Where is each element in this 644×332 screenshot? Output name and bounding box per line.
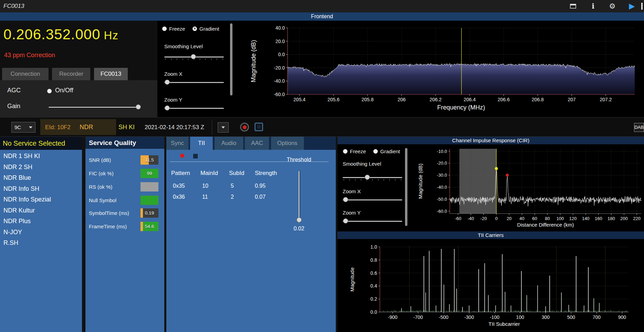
svg-text:-10.0: -10.0 xyxy=(437,149,447,154)
threshold-slider-handle[interactable] xyxy=(297,217,302,222)
right-plots-section: Channel Impulse Response (CIR) Freeze Gr… xyxy=(337,137,644,332)
tab-fc0013[interactable]: FC0013 xyxy=(94,68,128,80)
cir-smoothing-slider[interactable] xyxy=(343,175,402,181)
spectrum-zoomx-slider[interactable] xyxy=(164,80,224,86)
gear-icon[interactable]: ⚙ xyxy=(607,2,617,11)
record-button[interactable] xyxy=(240,123,249,132)
tii-col-pattern: Pattern xyxy=(171,170,190,177)
tii-plot[interactable]: -900-700-500-300-1001003005007009001.00.… xyxy=(337,239,644,332)
svg-text:Distance Difference (km): Distance Difference (km) xyxy=(517,222,574,228)
chevron-down-icon xyxy=(221,126,225,128)
details-panel: Sync TII Audio AAC Options Pattern MainI… xyxy=(166,137,336,332)
cir-header: Channel Impulse Response (CIR) xyxy=(337,137,644,144)
info-icon[interactable]: ℹ xyxy=(588,2,598,11)
tuner-tabs: Connection Recorder FC0013 xyxy=(2,68,130,80)
spectrum-smoothing-label: Smoothing Level xyxy=(164,43,203,49)
tii-record-indicator[interactable] xyxy=(180,154,184,158)
quality-bar-snr: 11.5 xyxy=(141,155,158,165)
threshold-value: 0.02 xyxy=(280,226,318,232)
service-item[interactable]: NDR Plus xyxy=(0,216,82,227)
svg-text:140: 140 xyxy=(582,216,590,221)
services-scrollbar[interactable] xyxy=(82,137,85,332)
svg-text:20.0: 20.0 xyxy=(276,39,285,44)
play-icon[interactable]: ▶ xyxy=(627,2,637,11)
frequency-value: 0.206.352.000 xyxy=(3,26,101,42)
svg-text:207.2: 207.2 xyxy=(600,97,612,102)
tab-aac[interactable]: AAC xyxy=(245,137,269,150)
service-item[interactable]: NDR 1 SH KI xyxy=(0,151,82,162)
cir-zoomx-slider[interactable] xyxy=(343,197,402,203)
spectrum-freeze-radio[interactable] xyxy=(162,27,167,31)
svg-text:0: 0 xyxy=(495,216,498,221)
service-item[interactable]: NDR Info Spezial xyxy=(0,194,82,205)
timestamp: 2021-02-14 20:17:53 Z xyxy=(145,117,204,137)
quality-bar-rs xyxy=(141,182,158,191)
spectrum-plot[interactable]: 205.4205.6205.8206206.2206.4206.6206.820… xyxy=(238,21,644,117)
service-item[interactable]: NDR Info SH xyxy=(0,184,82,195)
tab-connection[interactable]: Connection xyxy=(2,68,49,80)
ensemble-eid: EId: 10F2 xyxy=(45,124,71,131)
svg-text:40.0: 40.0 xyxy=(276,25,285,31)
cir-zoomy-label: Zoom Y xyxy=(343,210,361,216)
service-item[interactable]: N-JOY xyxy=(0,227,82,238)
quality-bar-null-symbol xyxy=(141,196,158,205)
svg-text:-700: -700 xyxy=(413,314,423,320)
svg-text:-60.0: -60.0 xyxy=(437,209,447,214)
cir-freeze-label: Freeze xyxy=(350,148,366,154)
svg-text:1.0: 1.0 xyxy=(371,244,377,250)
services-panel: No Service Selected NDR 1 SH KI NDR 2 SH… xyxy=(0,137,82,332)
spectrum-zoomy-slider[interactable] xyxy=(164,105,224,112)
service-item[interactable]: R.SH xyxy=(0,238,82,249)
spectrum-gradient-label: Gradient xyxy=(199,26,219,32)
svg-text:206.2: 206.2 xyxy=(429,97,442,102)
cir-freeze-radio[interactable] xyxy=(343,149,347,154)
agc-radio[interactable] xyxy=(47,89,52,93)
svg-text:180: 180 xyxy=(607,216,615,221)
cir-zoomy-slider[interactable] xyxy=(343,218,402,225)
edge-icon-fragment xyxy=(641,3,643,10)
dab-mode-badge[interactable]: DAB xyxy=(634,123,644,132)
quality-bar-fic: 99 xyxy=(141,169,158,178)
svg-text:Magnitude: Magnitude xyxy=(349,267,355,291)
service-item[interactable]: NDR 2 SH xyxy=(0,162,82,173)
tab-options[interactable]: Options xyxy=(271,137,304,150)
quality-bar-symboltime: 0.19 xyxy=(141,208,158,218)
spectrum-gradient-radio[interactable]: ✕ xyxy=(193,27,197,31)
chevron-down-icon xyxy=(29,126,32,128)
record-source-dropdown[interactable] xyxy=(218,122,229,133)
cir-gradient-label: Gradient xyxy=(380,148,400,154)
service-item[interactable]: NDR Blue xyxy=(0,173,82,184)
service-item[interactable]: NDR Kultur xyxy=(0,205,82,216)
threshold-slider-track[interactable] xyxy=(299,171,300,223)
svg-text:205.8: 205.8 xyxy=(362,97,374,102)
stop-button[interactable] xyxy=(255,123,263,131)
channel-select[interactable]: 9C xyxy=(11,122,35,133)
cir-controls: Freeze Gradient Smoothing Level Zoom X Z… xyxy=(337,144,410,231)
tab-sync[interactable]: Sync xyxy=(166,137,189,150)
service-list: NDR 1 SH KI NDR 2 SH NDR Blue NDR Info S… xyxy=(0,151,82,249)
spectrum-controls: Freeze ✕ Gradient Smoothing Level Zoom X… xyxy=(157,21,238,117)
cir-gradient-radio[interactable] xyxy=(373,149,378,154)
window-restore-icon[interactable] xyxy=(568,2,578,11)
cir-controls-scrollbar[interactable] xyxy=(405,148,407,226)
svg-text:Frequency (MHz): Frequency (MHz) xyxy=(437,104,485,111)
svg-text:0.0: 0.0 xyxy=(371,309,377,315)
spectrum-controls-scrollbar[interactable] xyxy=(230,23,232,95)
gain-slider[interactable] xyxy=(49,104,141,111)
svg-text:700: 700 xyxy=(593,314,601,320)
tab-audio[interactable]: Audio xyxy=(215,137,243,150)
ensemble-id-box: EId: 10F2 NDR xyxy=(40,119,116,135)
app-window: FC0013 ℹ ⚙ ▶ Frontend 0.206.352.000Hz 43… xyxy=(0,0,644,332)
tab-tii[interactable]: TII xyxy=(190,137,213,150)
svg-text:160: 160 xyxy=(595,216,602,221)
svg-text:100: 100 xyxy=(516,314,524,320)
stop-icon xyxy=(257,125,260,128)
spectrum-smoothing-slider[interactable] xyxy=(164,54,224,60)
svg-text:-20.0: -20.0 xyxy=(437,160,447,166)
cir-plot[interactable]: -60-40-20020406080100120140160180200220-… xyxy=(410,145,644,231)
divider xyxy=(212,120,212,135)
svg-text:Magnitude (dB): Magnitude (dB) xyxy=(417,164,423,199)
tab-recorder[interactable]: Recorder xyxy=(52,68,90,80)
svg-text:0.4: 0.4 xyxy=(371,283,377,289)
tii-stop-indicator[interactable] xyxy=(193,154,198,158)
